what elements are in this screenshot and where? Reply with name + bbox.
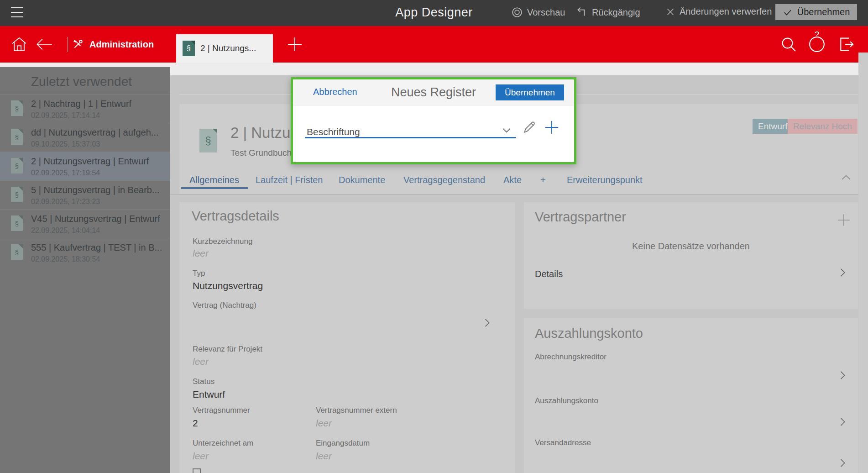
recent-item-6[interactable]: § 555 | Kaufvertrag | TEST | in B... 02.… bbox=[0, 238, 170, 267]
vertical-scrollbar[interactable] bbox=[858, 53, 868, 473]
contract-doc-icon: § bbox=[183, 41, 195, 56]
field-label: Kurzbezeichnung bbox=[193, 237, 252, 246]
tab-allgemeines[interactable]: Allgemeines bbox=[189, 175, 239, 185]
tab-add[interactable]: + bbox=[540, 175, 546, 185]
tab-laufzeit-fristen[interactable]: Laufzeit | Fristen bbox=[256, 175, 323, 185]
section-title: Vertragsdetails bbox=[192, 209, 279, 224]
home-icon[interactable] bbox=[10, 26, 28, 63]
chevron-right-icon[interactable] bbox=[836, 266, 849, 279]
add-plus-icon[interactable] bbox=[543, 119, 560, 136]
beschriftung-dropdown[interactable]: Beschriftung bbox=[307, 126, 360, 137]
page-subtitle: Test Grundbuch bbox=[230, 148, 292, 158]
status-badge: Entwurf bbox=[753, 119, 793, 134]
check-icon bbox=[783, 7, 793, 17]
topbar: App Designer Vorschau Rückgängig bbox=[0, 0, 868, 26]
tabs-divider bbox=[170, 194, 868, 195]
recent-item-3-selected[interactable]: § 2 | Nutzungsvertrag | Entwurf 02.09.20… bbox=[0, 152, 170, 180]
contract-details-card: Vertragsdetails Kurzbezeichnung leer Typ… bbox=[179, 202, 515, 473]
field-label: Unterzeichnet am bbox=[193, 439, 253, 448]
recent-item-5[interactable]: § V45 | Nutzungsvertrag | Entwurf 22.09.… bbox=[0, 209, 170, 238]
recent-item-1[interactable]: § 2 | Nachtrag | 1 | Entwurf 02.09.2025,… bbox=[0, 94, 170, 123]
relevance-badge: Relevanz Hoch bbox=[788, 119, 858, 134]
contract-doc-icon: § bbox=[199, 129, 217, 152]
field-value-empty[interactable]: leer bbox=[316, 451, 332, 462]
tab-dokumente[interactable]: Dokumente bbox=[339, 175, 385, 185]
recent-item-4[interactable]: § 5 | Nutzungsvertrag | in Bearb... 02.0… bbox=[0, 180, 170, 209]
undo-label: Rückgängig bbox=[592, 7, 640, 18]
field-value[interactable]: Nutzungsvertrag bbox=[193, 280, 263, 291]
contract-doc-icon: § bbox=[11, 244, 23, 260]
navbar: Administration § 2 | Nutzungs... ? bbox=[0, 26, 868, 63]
recent-item-label: V45 | Nutzungsvertrag | Entwurf bbox=[31, 214, 160, 224]
field-value-empty[interactable]: leer bbox=[193, 356, 209, 367]
search-icon[interactable] bbox=[779, 26, 798, 63]
field-label: Relevanz für Projekt bbox=[193, 345, 262, 354]
discard-x-icon bbox=[665, 7, 675, 17]
recent-item-label: 2 | Nachtrag | 1 | Entwurf bbox=[31, 99, 131, 109]
help-glyph: ? bbox=[808, 30, 826, 40]
field-label: Status bbox=[193, 377, 214, 386]
recent-item-timestamp: 02.09.2025, 17:23:23 bbox=[31, 198, 100, 206]
field-value[interactable]: Entwurf bbox=[193, 389, 225, 400]
tab-erweiterungspunkt[interactable]: Erweiterungspunkt bbox=[567, 175, 643, 185]
checkbox[interactable] bbox=[193, 468, 201, 473]
help-icon[interactable]: ? bbox=[808, 26, 826, 63]
tab-label: 2 | Nutzungs... bbox=[200, 43, 256, 53]
field-label: Vertrag (Nachtrag) bbox=[193, 301, 256, 310]
tab-nutzungsvertrag[interactable]: § 2 | Nutzungs... bbox=[176, 34, 273, 63]
administration-item[interactable]: Administration bbox=[72, 26, 154, 63]
contract-doc-icon: § bbox=[11, 158, 23, 173]
field-value-empty[interactable]: leer bbox=[193, 248, 209, 259]
chevron-right-icon[interactable] bbox=[836, 415, 849, 428]
apply-button[interactable]: Übernehmen bbox=[496, 84, 564, 100]
contract-doc-icon: § bbox=[11, 187, 23, 202]
logout-icon[interactable] bbox=[837, 26, 855, 63]
app-designer-window: App Designer Vorschau Rückgängig bbox=[0, 0, 868, 473]
recent-item-label: 5 | Nutzungsvertrag | in Bearb... bbox=[31, 185, 160, 195]
payout-account-card: Auszahlungskonto Abrechnungskreditor Aus… bbox=[524, 318, 858, 473]
tab-vertragsgegenstand[interactable]: Vertragsgegenstand bbox=[403, 175, 485, 185]
tab-akte[interactable]: Akte bbox=[503, 175, 522, 185]
contract-doc-icon: § bbox=[11, 100, 23, 116]
collapse-chevron-up-icon[interactable] bbox=[839, 171, 853, 184]
discard-changes-button[interactable]: Änderungen verwerfen bbox=[665, 6, 772, 17]
dropdown-underline bbox=[305, 137, 516, 138]
recent-item-label: 555 | Kaufvertrag | TEST | in B... bbox=[31, 242, 162, 253]
add-tab-icon[interactable] bbox=[286, 26, 304, 63]
apply-button-top[interactable]: Übernehmen bbox=[775, 4, 857, 20]
new-register-dialog: Abbrechen Neues Register Übernehmen Besc… bbox=[291, 77, 576, 164]
field-label: Abrechnungskreditor bbox=[535, 352, 607, 362]
preview-button[interactable]: Vorschau bbox=[511, 6, 565, 18]
field-value-empty[interactable]: leer bbox=[193, 451, 209, 462]
add-partner-plus-icon[interactable] bbox=[836, 212, 852, 228]
chevron-right-icon[interactable] bbox=[481, 316, 493, 329]
section-title: Vertragspartner bbox=[535, 210, 626, 225]
contract-doc-icon: § bbox=[11, 129, 23, 145]
field-label: Eingangsdatum bbox=[316, 439, 370, 448]
details-link[interactable]: Details bbox=[535, 269, 563, 279]
nav-separator bbox=[68, 37, 68, 52]
discard-label: Änderungen verwerfen bbox=[680, 6, 772, 17]
back-arrow-icon[interactable] bbox=[35, 26, 54, 63]
field-value[interactable]: 2 bbox=[193, 418, 198, 429]
recent-item-label: dd | Nutzungsvertrag | aufgeh... bbox=[31, 127, 158, 138]
administration-label: Administration bbox=[89, 39, 154, 50]
recent-sidebar: Zuletzt verwendet § 2 | Nachtrag | 1 | E… bbox=[0, 67, 170, 473]
undo-button[interactable]: Rückgängig bbox=[576, 6, 640, 18]
chevron-right-icon[interactable] bbox=[836, 369, 849, 382]
recent-item-timestamp: 22.09.2025, 14:04:14 bbox=[31, 226, 100, 235]
field-value-empty[interactable]: leer bbox=[316, 418, 332, 429]
chevron-right-icon[interactable] bbox=[836, 457, 849, 469]
recent-item-label: 2 | Nutzungsvertrag | Entwurf bbox=[31, 156, 149, 167]
contract-partner-card: Vertragspartner Keine Datensätze vorhand… bbox=[524, 202, 858, 309]
field-label: Vertragsnummer extern bbox=[316, 406, 397, 415]
section-title: Auszahlungskonto bbox=[535, 326, 643, 341]
edit-pencil-icon[interactable] bbox=[522, 120, 537, 135]
recent-item-timestamp: 09.10.2025, 15:37:03 bbox=[31, 140, 100, 148]
contract-doc-icon: § bbox=[11, 215, 23, 231]
recent-item-timestamp: 02.09.2025, 17:14:14 bbox=[31, 111, 100, 120]
field-label: Auszahlungskonto bbox=[535, 396, 598, 405]
recent-item-2[interactable]: § dd | Nutzungsvertrag | aufgeh... 09.10… bbox=[0, 123, 170, 152]
chevron-down-icon[interactable] bbox=[501, 124, 512, 136]
field-label: Typ bbox=[193, 269, 205, 278]
